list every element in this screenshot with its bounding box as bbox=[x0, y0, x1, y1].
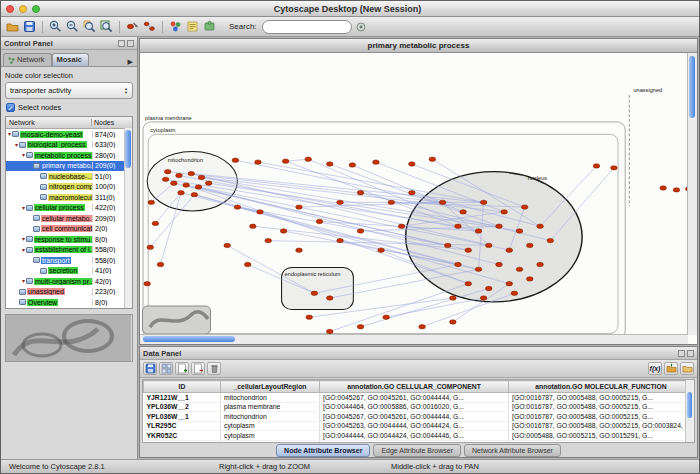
graph-node[interactable] bbox=[152, 221, 159, 225]
graph-node[interactable] bbox=[316, 219, 323, 223]
graph-node[interactable] bbox=[455, 224, 462, 228]
select-attributes-icon[interactable] bbox=[159, 362, 173, 375]
tree-row[interactable]: ▾biological_process633(0) bbox=[6, 140, 132, 151]
graph-node[interactable] bbox=[660, 186, 667, 190]
zoom-selected-icon[interactable] bbox=[82, 19, 97, 34]
tab-node-attribute-browser[interactable]: Node Attribute Browser bbox=[276, 444, 370, 457]
tree-row[interactable]: nucleobase-...51(0) bbox=[6, 171, 132, 182]
minimize-window-button[interactable] bbox=[19, 5, 27, 13]
tree-row[interactable]: ▾mosaic-demo-yeast874(0) bbox=[6, 129, 132, 140]
graph-node[interactable] bbox=[265, 238, 272, 242]
graph-node[interactable] bbox=[516, 229, 523, 233]
graph-node[interactable] bbox=[527, 277, 534, 281]
save-session-icon[interactable] bbox=[22, 19, 37, 34]
tree-row[interactable]: macromolecule...311(0) bbox=[6, 192, 132, 203]
graph-node[interactable] bbox=[496, 262, 503, 266]
search-options-icon[interactable] bbox=[354, 19, 369, 34]
graph-node[interactable] bbox=[611, 166, 618, 170]
graph-node[interactable] bbox=[337, 200, 344, 204]
graph-node[interactable] bbox=[485, 243, 492, 247]
tab-network-attribute-browser[interactable]: Network Attribute Browser bbox=[464, 444, 561, 457]
expand-triangle-icon[interactable]: ▾ bbox=[6, 129, 11, 139]
graph-node[interactable] bbox=[450, 320, 457, 324]
graph-node[interactable] bbox=[511, 291, 518, 295]
graph-node[interactable] bbox=[195, 185, 202, 189]
graph-node[interactable] bbox=[148, 200, 155, 204]
graph-node[interactable] bbox=[383, 315, 390, 319]
plugins-icon[interactable] bbox=[202, 19, 217, 34]
graph-node[interactable] bbox=[439, 200, 446, 204]
graph-node[interactable] bbox=[485, 286, 492, 290]
window-titlebar[interactable]: Cytoscape Desktop (New Session) bbox=[1, 1, 699, 17]
graph-node[interactable] bbox=[250, 224, 257, 228]
tab-network[interactable]: Network bbox=[3, 53, 52, 66]
tree-row[interactable]: ▾cellular process422(0) bbox=[6, 203, 132, 214]
graph-node[interactable] bbox=[419, 325, 426, 329]
hide-selected-icon[interactable] bbox=[125, 19, 140, 34]
graph-node[interactable] bbox=[516, 267, 523, 271]
graph-node[interactable] bbox=[205, 181, 212, 185]
column-header[interactable]: _cellularLayoutRegion bbox=[221, 381, 320, 393]
network-vscroll-thumb[interactable] bbox=[689, 56, 695, 118]
expand-triangle-icon[interactable]: ▾ bbox=[6, 140, 18, 150]
graph-node[interactable] bbox=[232, 158, 239, 162]
graph-node[interactable] bbox=[164, 169, 171, 173]
graph-node[interactable] bbox=[183, 183, 190, 187]
column-header[interactable]: annotation.GO CELLULAR_COMPONENT bbox=[320, 381, 509, 393]
network-window-title[interactable]: primary metabolic process bbox=[140, 39, 697, 53]
graph-node[interactable] bbox=[326, 296, 333, 300]
graph-node[interactable] bbox=[296, 205, 303, 209]
graph-node[interactable] bbox=[280, 229, 287, 233]
panel-tab-overflow-button[interactable]: ▶ bbox=[126, 58, 135, 66]
node-color-select[interactable]: transporter activity ▲▼ bbox=[5, 82, 133, 99]
graph-node[interactable] bbox=[496, 224, 503, 228]
graph-node[interactable] bbox=[537, 262, 544, 266]
column-nodes[interactable]: Nodes bbox=[92, 119, 132, 126]
graph-node[interactable] bbox=[450, 296, 457, 300]
graph-node[interactable] bbox=[224, 243, 231, 247]
column-network[interactable]: Network bbox=[6, 119, 92, 126]
graph-node[interactable] bbox=[171, 181, 178, 185]
network-overview-thumbnail[interactable] bbox=[5, 314, 133, 362]
graph-node[interactable] bbox=[357, 229, 364, 233]
table-row[interactable]: YLR295Ccytoplasm[GO:0045263, GO:0044444,… bbox=[144, 421, 694, 431]
graph-node[interactable] bbox=[673, 188, 680, 192]
network-vertical-scrollbar[interactable] bbox=[687, 53, 697, 335]
graph-node[interactable] bbox=[388, 200, 395, 204]
graph-node[interactable] bbox=[337, 238, 344, 242]
zoom-fit-icon[interactable] bbox=[99, 19, 114, 34]
expand-triangle-icon[interactable]: ▾ bbox=[6, 234, 25, 244]
create-network-from-selection-icon[interactable] bbox=[142, 19, 157, 34]
graph-node[interactable] bbox=[311, 291, 318, 295]
import-attributes-icon[interactable] bbox=[664, 362, 678, 375]
graph-node[interactable] bbox=[409, 162, 416, 166]
graph-node[interactable] bbox=[527, 243, 534, 247]
graph-node[interactable] bbox=[460, 210, 467, 214]
graph-node[interactable] bbox=[475, 229, 482, 233]
graph-node[interactable] bbox=[593, 164, 600, 168]
graph-node[interactable] bbox=[234, 205, 241, 209]
column-header[interactable]: ID bbox=[144, 381, 221, 393]
float-panel-icon[interactable] bbox=[678, 350, 685, 357]
table-scrollbar[interactable] bbox=[685, 380, 694, 442]
graph-node[interactable] bbox=[147, 245, 154, 249]
tree-row[interactable]: cellular metabo...209(0) bbox=[6, 213, 132, 224]
tab-mosaic[interactable]: Mosaic bbox=[52, 53, 89, 66]
graph-node[interactable] bbox=[188, 171, 195, 175]
zoom-out-icon[interactable] bbox=[65, 19, 80, 34]
table-row[interactable]: YKR052Ccytoplasm[GO:0044444, GO:0044424,… bbox=[144, 431, 694, 441]
select-nodes-checkbox[interactable] bbox=[6, 103, 15, 112]
graph-node[interactable] bbox=[506, 281, 513, 285]
tree-row[interactable]: Overview8(0) bbox=[6, 297, 132, 308]
graph-node[interactable] bbox=[475, 267, 482, 271]
create-attribute-icon[interactable] bbox=[175, 362, 189, 375]
tree-row[interactable]: ▾response to stimu...8(0) bbox=[6, 234, 132, 245]
graph-node[interactable] bbox=[198, 175, 205, 179]
attribute-table[interactable]: ID_cellularLayoutRegionannotation.GO CEL… bbox=[143, 380, 694, 443]
table-row[interactable]: YJR121W__1mitochondrion[GO:0045267, GO:0… bbox=[144, 393, 694, 403]
graph-node[interactable] bbox=[398, 224, 405, 228]
tree-row[interactable]: secretion41(0) bbox=[6, 266, 132, 277]
graph-node[interactable] bbox=[501, 210, 508, 214]
graph-node[interactable] bbox=[357, 191, 364, 195]
tree-row[interactable]: ▾establishment of l...558(0) bbox=[6, 245, 132, 256]
